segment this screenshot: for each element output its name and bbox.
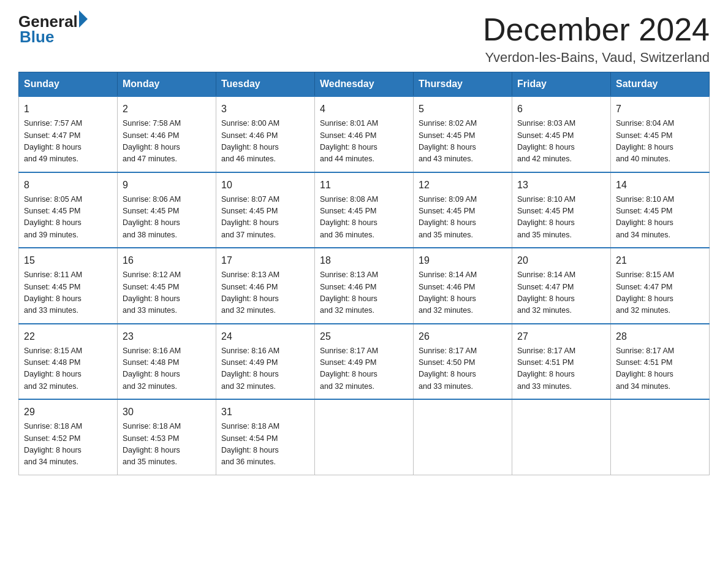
calendar-cell: 16Sunrise: 8:12 AMSunset: 4:45 PMDayligh… [118,248,216,324]
day-info: Sunrise: 8:11 AMSunset: 4:45 PMDaylight:… [24,269,112,317]
calendar-cell: 15Sunrise: 8:11 AMSunset: 4:45 PMDayligh… [19,248,118,324]
day-info: Sunrise: 8:16 AMSunset: 4:48 PMDaylight:… [123,345,211,393]
day-number: 29 [24,405,112,419]
week-row-4: 22Sunrise: 8:15 AMSunset: 4:48 PMDayligh… [19,324,710,400]
day-number: 12 [419,178,507,193]
day-info: Sunrise: 8:02 AMSunset: 4:45 PMDaylight:… [419,118,507,166]
day-number: 13 [517,178,605,193]
calendar-cell: 29Sunrise: 8:18 AMSunset: 4:52 PMDayligh… [19,399,118,475]
day-number: 24 [221,329,309,344]
day-number: 11 [320,178,408,193]
page-header: General Blue December 2024 Yverdon-les-B… [18,12,710,66]
calendar-cell: 24Sunrise: 8:16 AMSunset: 4:49 PMDayligh… [216,324,315,400]
day-info: Sunrise: 8:18 AMSunset: 4:54 PMDaylight:… [221,421,309,469]
day-number: 30 [123,405,211,419]
calendar-header-sunday: Sunday [19,72,118,97]
calendar-cell: 18Sunrise: 8:13 AMSunset: 4:46 PMDayligh… [315,248,414,324]
calendar-header-row: SundayMondayTuesdayWednesdayThursdayFrid… [19,72,710,97]
day-number: 5 [419,102,507,117]
day-number: 22 [24,329,112,344]
day-number: 15 [24,253,112,268]
day-number: 28 [616,329,704,344]
day-info: Sunrise: 8:14 AMSunset: 4:46 PMDaylight:… [419,269,507,317]
logo: General Blue [18,12,88,47]
calendar-cell [315,399,414,475]
day-info: Sunrise: 8:03 AMSunset: 4:45 PMDaylight:… [517,118,605,166]
day-info: Sunrise: 8:15 AMSunset: 4:48 PMDaylight:… [24,345,112,393]
day-number: 23 [123,329,211,344]
week-row-2: 8Sunrise: 8:05 AMSunset: 4:45 PMDaylight… [19,172,710,248]
calendar-cell: 20Sunrise: 8:14 AMSunset: 4:47 PMDayligh… [512,248,611,324]
day-number: 7 [616,102,704,117]
calendar-table: SundayMondayTuesdayWednesdayThursdayFrid… [18,72,710,475]
day-info: Sunrise: 8:13 AMSunset: 4:46 PMDaylight:… [221,269,309,317]
day-info: Sunrise: 8:00 AMSunset: 4:46 PMDaylight:… [221,118,309,166]
calendar-header-thursday: Thursday [414,72,512,97]
calendar-cell: 22Sunrise: 8:15 AMSunset: 4:48 PMDayligh… [19,324,118,400]
day-info: Sunrise: 7:57 AMSunset: 4:47 PMDaylight:… [24,118,112,166]
calendar-cell: 6Sunrise: 8:03 AMSunset: 4:45 PMDaylight… [512,96,611,172]
day-info: Sunrise: 8:04 AMSunset: 4:45 PMDaylight:… [616,118,704,166]
day-info: Sunrise: 8:10 AMSunset: 4:45 PMDaylight:… [616,194,704,242]
day-number: 10 [221,178,309,193]
calendar-cell: 11Sunrise: 8:08 AMSunset: 4:45 PMDayligh… [315,172,414,248]
calendar-cell: 23Sunrise: 8:16 AMSunset: 4:48 PMDayligh… [118,324,216,400]
calendar-header-friday: Friday [512,72,611,97]
day-info: Sunrise: 8:14 AMSunset: 4:47 PMDaylight:… [517,269,605,317]
calendar-cell: 7Sunrise: 8:04 AMSunset: 4:45 PMDaylight… [611,96,710,172]
day-info: Sunrise: 8:05 AMSunset: 4:45 PMDaylight:… [24,194,112,242]
calendar-cell: 31Sunrise: 8:18 AMSunset: 4:54 PMDayligh… [216,399,315,475]
calendar-header-wednesday: Wednesday [315,72,414,97]
calendar-cell: 21Sunrise: 8:15 AMSunset: 4:47 PMDayligh… [611,248,710,324]
day-number: 8 [24,178,112,193]
calendar-cell: 28Sunrise: 8:17 AMSunset: 4:51 PMDayligh… [611,324,710,400]
day-info: Sunrise: 8:17 AMSunset: 4:50 PMDaylight:… [419,345,507,393]
day-number: 6 [517,102,605,117]
calendar-header-saturday: Saturday [611,72,710,97]
week-row-5: 29Sunrise: 8:18 AMSunset: 4:52 PMDayligh… [19,399,710,475]
day-number: 27 [517,329,605,344]
day-info: Sunrise: 8:09 AMSunset: 4:45 PMDaylight:… [419,194,507,242]
day-number: 3 [221,102,309,117]
calendar-cell: 13Sunrise: 8:10 AMSunset: 4:45 PMDayligh… [512,172,611,248]
day-number: 19 [419,253,507,268]
day-info: Sunrise: 8:17 AMSunset: 4:51 PMDaylight:… [517,345,605,393]
day-info: Sunrise: 8:07 AMSunset: 4:45 PMDaylight:… [221,194,309,242]
day-info: Sunrise: 7:58 AMSunset: 4:46 PMDaylight:… [123,118,211,166]
day-info: Sunrise: 8:08 AMSunset: 4:45 PMDaylight:… [320,194,408,242]
day-info: Sunrise: 8:12 AMSunset: 4:45 PMDaylight:… [123,269,211,317]
title-section: December 2024 Yverdon-les-Bains, Vaud, S… [483,12,710,66]
day-number: 1 [24,102,112,117]
calendar-cell [611,399,710,475]
logo-blue: Blue [18,28,88,47]
calendar-cell: 27Sunrise: 8:17 AMSunset: 4:51 PMDayligh… [512,324,611,400]
day-info: Sunrise: 8:06 AMSunset: 4:45 PMDaylight:… [123,194,211,242]
calendar-cell: 2Sunrise: 7:58 AMSunset: 4:46 PMDaylight… [118,96,216,172]
calendar-cell: 8Sunrise: 8:05 AMSunset: 4:45 PMDaylight… [19,172,118,248]
calendar-cell: 19Sunrise: 8:14 AMSunset: 4:46 PMDayligh… [414,248,512,324]
calendar-cell: 17Sunrise: 8:13 AMSunset: 4:46 PMDayligh… [216,248,315,324]
calendar-cell: 10Sunrise: 8:07 AMSunset: 4:45 PMDayligh… [216,172,315,248]
day-number: 4 [320,102,408,117]
day-number: 2 [123,102,211,117]
calendar-cell: 3Sunrise: 8:00 AMSunset: 4:46 PMDaylight… [216,96,315,172]
day-info: Sunrise: 8:15 AMSunset: 4:47 PMDaylight:… [616,269,704,317]
day-number: 21 [616,253,704,268]
day-number: 14 [616,178,704,193]
calendar-cell: 14Sunrise: 8:10 AMSunset: 4:45 PMDayligh… [611,172,710,248]
day-info: Sunrise: 8:18 AMSunset: 4:53 PMDaylight:… [123,421,211,469]
day-number: 20 [517,253,605,268]
day-info: Sunrise: 8:18 AMSunset: 4:52 PMDaylight:… [24,421,112,469]
calendar-cell: 25Sunrise: 8:17 AMSunset: 4:49 PMDayligh… [315,324,414,400]
week-row-1: 1Sunrise: 7:57 AMSunset: 4:47 PMDaylight… [19,96,710,172]
day-number: 25 [320,329,408,344]
day-info: Sunrise: 8:16 AMSunset: 4:49 PMDaylight:… [221,345,309,393]
week-row-3: 15Sunrise: 8:11 AMSunset: 4:45 PMDayligh… [19,248,710,324]
calendar-header-monday: Monday [118,72,216,97]
logo-triangle-icon [79,10,88,28]
day-info: Sunrise: 8:17 AMSunset: 4:49 PMDaylight:… [320,345,408,393]
day-number: 26 [419,329,507,344]
calendar-cell: 5Sunrise: 8:02 AMSunset: 4:45 PMDaylight… [414,96,512,172]
location-title: Yverdon-les-Bains, Vaud, Switzerland [483,50,710,66]
day-number: 9 [123,178,211,193]
